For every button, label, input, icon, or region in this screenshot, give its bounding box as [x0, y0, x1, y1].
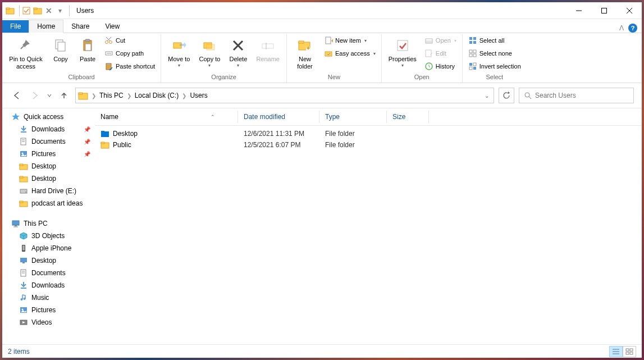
close-button[interactable] — [616, 2, 642, 19]
invert-selection-button[interactable]: Invert selection — [466, 60, 523, 72]
qat-close-icon[interactable]: ✕ — [44, 6, 53, 15]
maximize-button[interactable] — [591, 2, 616, 19]
invert-icon — [468, 62, 477, 71]
search-icon — [524, 92, 532, 99]
new-folder-button[interactable]: ✦New folder — [290, 34, 319, 72]
file-row[interactable]: Public 12/5/2021 6:07 PM File folder — [95, 139, 642, 151]
sidebar-item-documents[interactable]: Documents📌 — [2, 135, 95, 148]
column-size[interactable]: Size — [387, 111, 429, 123]
easy-access-button[interactable]: Easy access▾ — [322, 47, 378, 60]
documents-icon — [19, 137, 28, 146]
file-size — [387, 133, 429, 134]
refresh-button[interactable] — [499, 88, 514, 103]
sidebar-item-desktop[interactable]: Desktop — [2, 160, 95, 172]
svg-rect-71 — [12, 221, 19, 225]
sidebar-item-pictures[interactable]: Pictures📌 — [2, 148, 95, 160]
chevron-down-icon[interactable]: ▾ — [56, 6, 65, 15]
history-button[interactable]: History — [422, 60, 459, 72]
help-icon[interactable]: ? — [628, 24, 637, 33]
rename-button[interactable]: Rename — [253, 34, 283, 65]
sidebar-item-downloads[interactable]: Downloads📌 — [2, 123, 95, 135]
paste-shortcut-button[interactable]: Paste shortcut — [102, 60, 157, 72]
folder-icon — [19, 162, 28, 171]
sidebar-item-desktop[interactable]: Desktop — [2, 254, 95, 267]
breadcrumb-local-disk[interactable]: Local Disk (C:) — [133, 88, 181, 103]
chevron-right-icon[interactable]: ❯ — [126, 93, 133, 99]
nav-recent-button[interactable] — [46, 89, 53, 102]
sidebar-item-documents[interactable]: Documents — [2, 267, 95, 279]
thumbnails-view-button[interactable] — [623, 346, 636, 357]
paste-button[interactable]: Paste — [75, 34, 100, 65]
cut-button[interactable]: Cut — [102, 34, 157, 47]
copy-path-button[interactable]: Copy path — [102, 47, 157, 60]
sidebar-item-downloads[interactable]: Downloads — [2, 279, 95, 291]
checkmark-icon[interactable] — [22, 6, 31, 15]
folder-icon[interactable] — [33, 6, 42, 15]
column-date[interactable]: Date modified — [238, 111, 319, 123]
sidebar-item-hard-drive[interactable]: Hard Drive (E:) — [2, 185, 95, 197]
nav-forward-button[interactable] — [28, 89, 42, 102]
sidebar-item-apple-iphone[interactable]: Apple iPhone — [2, 242, 95, 254]
edit-button[interactable]: Edit — [422, 47, 459, 60]
pin-icon: 📌 — [84, 139, 93, 145]
tab-file[interactable]: File — [2, 20, 29, 33]
properties-button[interactable]: Properties▾ — [385, 34, 420, 71]
new-item-button[interactable]: ✦New item▾ — [322, 34, 378, 47]
select-all-button[interactable]: Select all — [466, 34, 523, 47]
breadcrumb-users[interactable]: Users — [188, 88, 209, 103]
address-bar[interactable]: ❯ This PC ❯ Local Disk (C:) ❯ Users ⌄ — [75, 88, 494, 103]
sidebar-item-3d-objects[interactable]: 3D Objects — [2, 230, 95, 242]
sidebar-item-pictures[interactable]: Pictures — [2, 304, 95, 316]
move-to-button[interactable]: Move to▾ — [165, 34, 193, 71]
delete-button[interactable]: Delete▾ — [226, 34, 250, 71]
file-type: File folder — [319, 140, 387, 149]
svg-rect-50 — [473, 63, 476, 66]
details-view-button[interactable] — [609, 346, 623, 357]
tab-share[interactable]: Share — [63, 20, 97, 33]
quick-access[interactable]: Quick access — [2, 111, 95, 123]
open-button[interactable]: Open▾ — [422, 34, 459, 47]
copy-button[interactable]: Copy — [48, 34, 73, 65]
svg-rect-11 — [58, 42, 65, 51]
chevron-right-icon[interactable]: ❯ — [90, 93, 97, 99]
column-name[interactable]: Name⌃ — [95, 111, 238, 123]
copy-path-icon — [104, 49, 113, 58]
chevron-right-icon[interactable]: ❯ — [181, 93, 188, 99]
svg-rect-100 — [630, 352, 633, 354]
sidebar-item-podcast-art[interactable]: podcast art ideas — [2, 197, 95, 209]
svg-rect-37 — [398, 40, 408, 51]
file-date: 12/6/2021 11:31 PM — [238, 129, 319, 138]
column-type[interactable]: Type — [319, 111, 387, 123]
videos-icon — [19, 318, 28, 327]
search-input[interactable] — [535, 92, 629, 99]
chevron-up-icon[interactable]: ᐱ — [619, 24, 624, 32]
sidebar-item-desktop[interactable]: Desktop — [2, 172, 95, 185]
svg-line-56 — [529, 97, 531, 99]
this-pc[interactable]: This PC — [2, 217, 95, 230]
navigation-tree[interactable]: Quick access Downloads📌 Documents📌 Pictu… — [2, 108, 95, 344]
drive-icon — [19, 186, 28, 195]
sidebar-item-music[interactable]: Music — [2, 291, 95, 304]
pin-to-quick-access-button[interactable]: Pin to Quick access — [6, 34, 46, 72]
search-box[interactable] — [519, 88, 634, 103]
column-headers: Name⌃ Date modified Type Size — [95, 108, 642, 126]
ribbon-group-select: Select all Select none Invert selection … — [463, 34, 527, 83]
svg-point-15 — [106, 41, 108, 44]
minimize-button[interactable] — [566, 2, 591, 19]
sidebar-item-videos[interactable]: Videos — [2, 316, 95, 329]
file-row[interactable]: Desktop 12/6/2021 11:31 PM File folder — [95, 128, 642, 139]
breadcrumb-this-pc[interactable]: This PC — [97, 88, 126, 103]
svg-rect-41 — [469, 37, 472, 40]
folder-icon — [101, 129, 109, 138]
tab-view[interactable]: View — [97, 20, 127, 33]
separator — [19, 5, 20, 16]
copy-to-button[interactable]: Copy to▾ — [195, 34, 223, 71]
tab-home[interactable]: Home — [29, 20, 63, 33]
svg-rect-66 — [20, 176, 23, 178]
ribbon-tabs: File Home Share View ᐱ ? — [2, 19, 642, 33]
select-none-button[interactable]: Select none — [466, 47, 523, 60]
chevron-down-icon[interactable]: ⌄ — [485, 93, 489, 99]
nav-up-button[interactable] — [57, 89, 71, 102]
nav-back-button[interactable] — [10, 89, 24, 102]
ribbon-group-open: Properties▾ Open▾ Edit History Open — [382, 34, 463, 83]
